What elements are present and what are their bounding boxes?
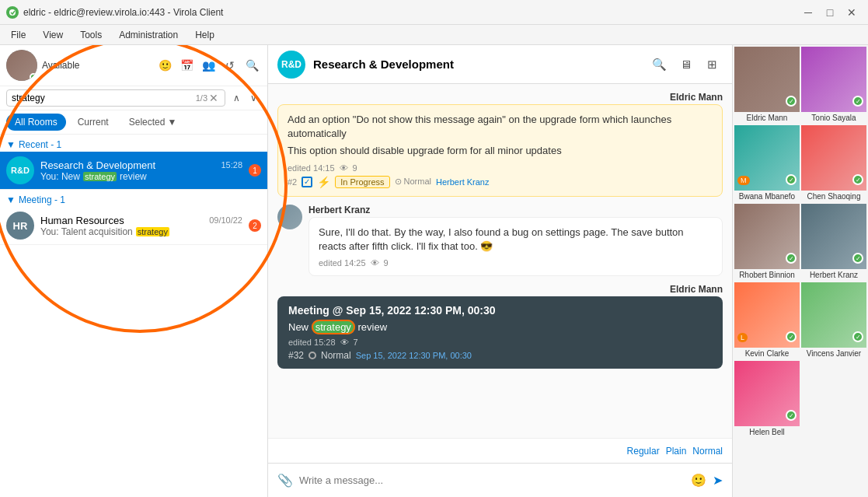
room-list: ▼ Recent - 1 R&D Research & Development … xyxy=(0,135,267,497)
menu-file[interactable]: File xyxy=(3,28,33,42)
meeting-msg-text: New strategy review xyxy=(288,321,712,333)
search-highlight-strategy-2: strategy xyxy=(136,227,169,236)
member-name-tonio: Tonio Sayala xyxy=(801,112,866,124)
menu-help[interactable]: Help xyxy=(187,28,222,42)
eye-icon-2: 👁 xyxy=(371,258,379,268)
msg-meta-1: edited 14:15 👁 9 xyxy=(288,163,713,173)
contacts-icon[interactable]: 👥 xyxy=(199,56,218,75)
member-cell-vincens: ✓ Vincens Janvier xyxy=(801,282,866,359)
room-time-hr: 09/10/22 xyxy=(209,215,242,225)
member-name-chen: Chen Shaoqing xyxy=(801,191,866,202)
msg-bubble-1: Add an option "Do not show this message … xyxy=(277,104,723,197)
room-preview-rd: You: New strategy review xyxy=(40,171,242,182)
section-meeting-arrow: ▼ xyxy=(6,194,16,205)
filter-all-rooms[interactable]: All Rooms xyxy=(6,114,66,131)
search-highlight-strategy-msg: strategy xyxy=(312,320,355,334)
eye-icon-3: 👁 xyxy=(340,338,349,347)
member-name-vincens: Vincens Janvier xyxy=(801,348,866,359)
main-content: Available 🙂 📅 👥 ↺ 🔍 1/3 ✕ ∧ ∨ All R xyxy=(0,45,868,497)
close-button[interactable]: ✕ xyxy=(842,2,862,23)
room-avatar-rd: R&D xyxy=(6,156,34,184)
message-input[interactable] xyxy=(299,474,685,486)
user-avatar xyxy=(6,50,37,81)
section-recent-arrow: ▼ xyxy=(6,139,16,150)
format-regular-link[interactable]: Regular xyxy=(627,446,660,457)
format-plain-link[interactable]: Plain xyxy=(666,446,687,457)
window-controls: ─ □ ✕ xyxy=(798,2,862,23)
layout-icon[interactable]: ⊞ xyxy=(701,54,723,75)
meeting-meta: edited 15:28 👁 7 xyxy=(288,338,712,347)
maximize-button[interactable]: □ xyxy=(820,2,840,23)
send-icon[interactable]: ➤ xyxy=(713,473,723,488)
search-bar: 1/3 ✕ ∧ ∨ xyxy=(0,86,267,110)
task-checkbox-1[interactable]: ✓ xyxy=(302,177,312,187)
search-active-icon[interactable]: 🔍 xyxy=(242,56,261,75)
section-meeting-label: Meeting - 1 xyxy=(19,194,65,205)
room-time-rd: 15:28 xyxy=(221,160,242,170)
member-name-eldric: Eldric Mann xyxy=(734,112,800,124)
meeting-block: Meeting @ Sep 15, 2022 12:30 PM, 00:30 N… xyxy=(277,296,723,369)
minimize-button[interactable]: ─ xyxy=(798,2,818,23)
msg-text-2: Sure, I'll do that. By the way, I also f… xyxy=(319,226,713,254)
refresh-icon[interactable]: ↺ xyxy=(221,56,239,75)
member-extra-badge-kevin: L xyxy=(737,333,748,342)
menu-view[interactable]: View xyxy=(35,28,71,42)
menu-administration[interactable]: Administration xyxy=(111,28,186,42)
message-1: Eldric Mann Add an option "Do not show t… xyxy=(277,92,723,197)
room-name-rd: Research & Development xyxy=(40,159,155,171)
task-row-meeting: #32 Normal Sep 15, 2022 12:30 PM, 00:30 xyxy=(288,350,712,361)
msg-content-2: Herbert Kranz Sure, I'll do that. By the… xyxy=(309,205,723,276)
task-priority-meeting: Normal xyxy=(321,350,351,361)
search-input[interactable] xyxy=(12,93,196,103)
menu-tools[interactable]: Tools xyxy=(72,28,110,42)
online-badge-kevin: ✓ xyxy=(786,331,797,342)
online-badge-chen: ✓ xyxy=(852,174,863,185)
member-name-helen: Helen Bell xyxy=(734,426,800,438)
msg-sender-2: Herbert Kranz xyxy=(309,205,723,215)
channel-name: Research & Development xyxy=(313,58,640,71)
messages-area: Eldric Mann Add an option "Do not show t… xyxy=(268,84,732,438)
screen-share-icon[interactable]: 🖥 xyxy=(675,54,696,75)
channel-action-icons: 🔍 🖥 ⊞ xyxy=(648,54,723,75)
task-assignee-1: Herbert Kranz xyxy=(436,177,489,187)
menu-bar: File View Tools Administration Help xyxy=(0,25,868,45)
msg-sender-3: Eldric Mann xyxy=(277,284,723,295)
msg-text-1: Add an option "Do not show this message … xyxy=(288,113,713,141)
room-info-hr: Human Resources 09/10/22 You: Talent acq… xyxy=(40,215,242,237)
task-row-1: #2 ✓ ⚡ In Progress ⊙ Normal Herbert Kran… xyxy=(288,176,713,188)
member-name-bwana: Bwana Mbanefo xyxy=(734,191,800,202)
search-count: 1/3 xyxy=(196,93,207,103)
online-badge-tonio: ✓ xyxy=(852,96,863,107)
meeting-views: 7 xyxy=(354,338,358,347)
format-normal-link[interactable]: Normal xyxy=(692,446,723,457)
online-badge-herbert: ✓ xyxy=(852,253,863,264)
window-title: eldric - eldric@review.virola.io:443 - V… xyxy=(23,7,223,18)
emoji-picker-icon[interactable]: 🙂 xyxy=(691,473,706,488)
room-name-hr: Human Resources xyxy=(40,215,124,226)
task-status-1: In Progress xyxy=(335,176,389,188)
filter-selected[interactable]: Selected ▼ xyxy=(120,114,186,131)
member-cell-chen: ✓ Chen Shaoqing xyxy=(801,125,866,202)
emoji-status-icon[interactable]: 🙂 xyxy=(155,56,174,75)
search-clear-icon[interactable]: ✕ xyxy=(207,92,220,104)
search-next-button[interactable]: ∨ xyxy=(246,90,261,106)
title-bar: eldric - eldric@review.virola.io:443 - V… xyxy=(0,0,868,25)
search-input-wrap: 1/3 ✕ xyxy=(6,89,225,107)
room-item-hr[interactable]: HR Human Resources 09/10/22 You: Talent … xyxy=(0,207,267,245)
section-recent-label: Recent - 1 xyxy=(19,139,61,150)
channel-avatar: R&D xyxy=(277,51,305,79)
msg-edited-2: edited 14:25 xyxy=(319,258,366,268)
room-item-rd[interactable]: R&D Research & Development 15:28 You: Ne… xyxy=(0,152,267,190)
task-priority-1: ⊙ Normal xyxy=(395,177,432,187)
msg-sender-1: Eldric Mann xyxy=(277,92,723,103)
filter-current[interactable]: Current xyxy=(69,114,117,131)
room-preview-hr: You: Talent acquisition strategy xyxy=(40,226,242,237)
status-indicator xyxy=(30,73,37,81)
search-channel-icon[interactable]: 🔍 xyxy=(648,54,670,75)
search-prev-button[interactable]: ∧ xyxy=(228,90,244,106)
calendar-icon[interactable]: 📅 xyxy=(177,56,196,75)
online-badge-vincens: ✓ xyxy=(852,331,863,342)
task-normal-dot xyxy=(309,352,316,359)
msg-subtext-1: This option should disable upgrade form … xyxy=(288,144,713,158)
attachment-icon[interactable]: 📎 xyxy=(277,473,293,488)
